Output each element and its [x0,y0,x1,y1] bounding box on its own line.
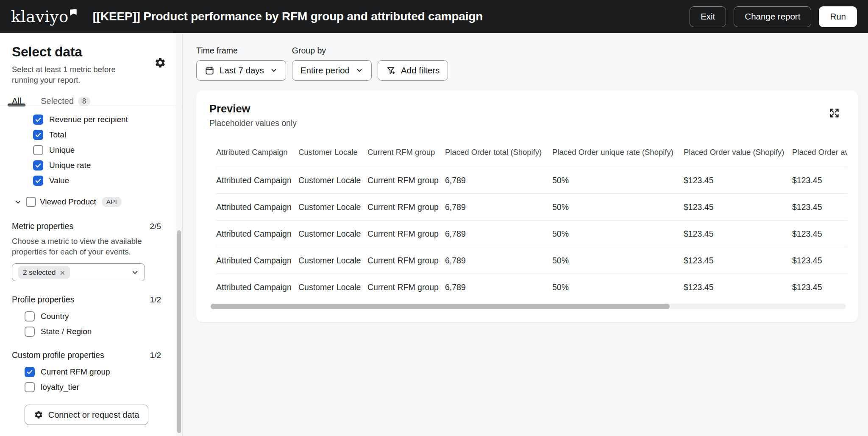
table-cell: 6,789 [445,256,552,266]
table-cell: Customer Locale [298,229,367,239]
table-row: Attributed CampaignCustomer LocaleCurren… [216,193,847,220]
selected-chip: 2 selected [18,266,70,279]
select-data-sidebar: Select data Select at least 1 metric bef… [0,33,183,436]
checkbox-checked[interactable] [33,115,43,125]
group-by-control: Group by Entire period [292,46,372,81]
change-report-button[interactable]: Change report [734,6,811,27]
time-frame-label: Time frame [196,46,286,56]
run-button[interactable]: Run [819,6,857,27]
table-body: Attributed CampaignCustomer LocaleCurren… [216,167,847,300]
group-by-dropdown[interactable]: Entire period [292,60,372,81]
checkbox-unchecked[interactable] [25,311,35,321]
horizontal-scrollbar-thumb[interactable] [211,304,670,309]
report-controls: Time frame Last 7 days Group by Entire p… [196,46,868,81]
table-cell: Customer Locale [298,202,367,212]
checkbox-unchecked[interactable] [25,327,35,337]
column-header: Placed Order total (Shopify) [445,148,552,167]
sidebar-description: Select at least 1 metric before running … [12,64,133,85]
table-cell: Attributed Campaign [216,256,298,266]
topbar: klaviyo [[KEEP]] Product performance by … [0,0,868,33]
table-cell: $123.45 [684,229,792,239]
metric-properties-description: Choose a metric to view the available pr… [12,236,145,257]
checkbox-label: Unique [49,145,75,155]
checkbox-label: loyalty_tier [41,383,79,392]
settings-gear-icon[interactable] [154,57,166,69]
profile-properties-title: Profile properties [12,295,74,305]
report-title: [[KEEP]] Product performance by RFM grou… [93,10,483,23]
viewed-product-row: Viewed Product API [12,196,161,208]
add-filters-button[interactable]: Add filters [378,60,448,81]
table-cell: Customer Locale [298,282,367,292]
profile-properties-count: 1/2 [150,295,161,305]
checkbox-label: State / Region [41,327,92,336]
filter-plus-icon [386,66,396,75]
table-cell: 50% [552,282,684,292]
checkbox-checked[interactable] [33,130,43,140]
table-cell: 6,789 [445,176,552,185]
checkbox-checked[interactable] [33,160,43,170]
column-header: Placed Order unique rate (Shopify) [552,148,684,167]
tabs-divider [0,106,182,106]
chevron-down-icon[interactable] [14,198,22,206]
column-header: Current RFM group [367,148,445,167]
klaviyo-logo[interactable]: klaviyo [11,9,77,25]
time-frame-dropdown[interactable]: Last 7 days [196,60,286,81]
profile-properties-header: Profile properties 1/2 [12,295,161,305]
column-header: Attributed Campaign [216,148,298,167]
group-by-label: Group by [292,46,372,56]
table-cell: 50% [552,202,684,212]
filters-control: Add filters [378,60,448,81]
metric-properties-header: Metric properties 2/5 [12,221,161,231]
checkbox-checked[interactable] [33,176,43,186]
tab-selected-label: Selected [41,96,74,106]
calendar-icon [205,66,214,75]
table-cell: Attributed Campaign [216,202,298,212]
custom-profile-properties-count: 1/2 [150,351,161,360]
checkbox-unchecked[interactable] [25,382,35,392]
checkbox-row: Revenue per recipient [12,115,161,125]
table-cell: Current RFM group [367,282,445,292]
chevron-down-icon [356,67,363,74]
metric-checkbox-list: Revenue per recipientTotalUniqueUnique r… [12,115,161,186]
metric-properties-select[interactable]: 2 selected [12,263,145,281]
table-cell: $123.45 [792,256,847,266]
klaviyo-wordmark: klaviyo [11,9,69,25]
table-cell: $123.45 [684,256,792,266]
sidebar-scrollbar-thumb[interactable] [177,230,181,433]
add-filters-label: Add filters [401,65,440,75]
exit-button[interactable]: Exit [690,6,726,27]
profile-checkbox-list: CountryState / Region [12,311,161,337]
main-area: Time frame Last 7 days Group by Entire p… [183,33,868,436]
table-row: Attributed CampaignCustomer LocaleCurren… [216,220,847,247]
checkbox-row: Unique rate [12,160,161,170]
sidebar-tabs: All Selected 8 [12,96,161,106]
checkbox-unchecked[interactable] [26,197,36,207]
connect-button-label: Connect or request data [48,410,139,420]
remove-chip-icon[interactable] [60,270,65,275]
checkbox-checked[interactable] [25,367,35,377]
checkbox-unchecked[interactable] [33,145,43,155]
expand-icon[interactable] [829,107,840,119]
table-cell: Current RFM group [367,202,445,212]
table-cell: Current RFM group [367,256,445,266]
viewed-product-label: Viewed Product [40,197,96,207]
table-cell: Current RFM group [367,176,445,185]
checkbox-label: Country [41,312,69,321]
table-cell: 6,789 [445,282,552,292]
checkbox-label: Total [49,130,66,140]
selected-chip-label: 2 selected [23,269,56,276]
table-cell: $123.45 [684,202,792,212]
checkbox-label: Revenue per recipient [49,115,128,124]
custom-profile-checkbox-list: Current RFM grouployalty_tier [12,367,161,392]
checkbox-label: Value [49,176,69,185]
time-frame-value: Last 7 days [220,65,264,75]
table-cell: 50% [552,176,684,185]
group-by-value: Entire period [300,65,350,75]
table-cell: $123.45 [684,282,792,292]
table-cell: 50% [552,229,684,239]
checkbox-row: Current RFM group [12,367,161,377]
tab-selected[interactable]: Selected 8 [41,96,90,106]
column-header: Placed Order av [792,148,847,167]
connect-or-request-data-button[interactable]: Connect or request data [25,405,148,425]
preview-card: Preview Placeholder values only Attribut… [196,90,858,322]
